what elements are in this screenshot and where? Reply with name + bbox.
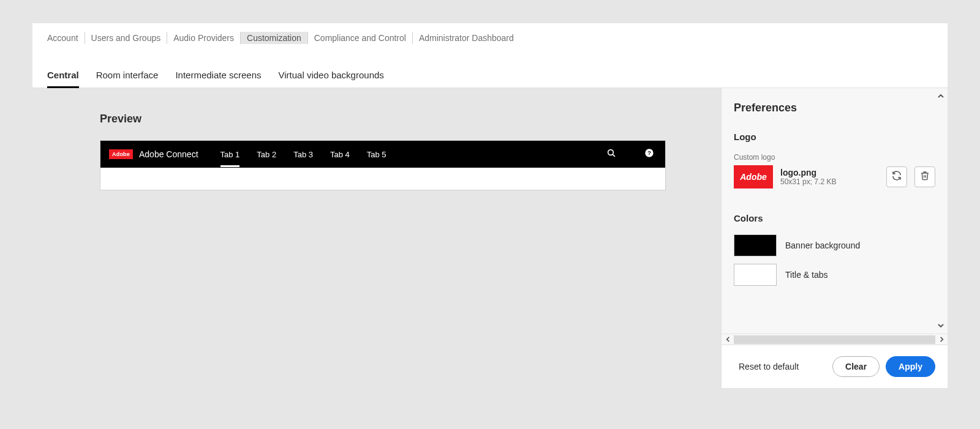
- preferences-footer: Reset to default Clear Apply: [722, 345, 948, 388]
- preview-banner: Adobe Adobe Connect Tab 1 Tab 2 Tab 3 Ta…: [100, 141, 665, 168]
- preview-logo: Adobe Adobe Connect: [109, 149, 198, 159]
- scroll-right-icon[interactable]: [935, 335, 948, 344]
- nav-customization[interactable]: Customization: [241, 32, 308, 44]
- preferences-panel: Preferences Logo Custom logo Adobe logo.…: [721, 88, 948, 388]
- title-tabs-swatch[interactable]: [734, 264, 777, 286]
- scroll-down-icon[interactable]: [935, 320, 946, 331]
- preferences-title: Preferences: [734, 102, 935, 114]
- clear-button[interactable]: Clear: [832, 356, 880, 377]
- svg-point-0: [608, 150, 614, 155]
- sub-tabs: Central Room interface Intermediate scre…: [32, 49, 948, 88]
- color-row-title-tabs: Title & tabs: [734, 264, 935, 286]
- preview-title: Preview: [100, 113, 666, 125]
- top-nav: Account Users and Groups Audio Providers…: [32, 23, 948, 49]
- logo-row: Adobe logo.png 50x31 px; 7.2 KB: [734, 165, 935, 188]
- apply-button[interactable]: Apply: [886, 356, 935, 377]
- banner-background-swatch[interactable]: [734, 234, 777, 256]
- preview-tab-3[interactable]: Tab 3: [293, 142, 313, 167]
- scroll-up-icon[interactable]: [935, 91, 946, 102]
- logo-meta: logo.png 50x31 px; 7.2 KB: [780, 168, 879, 186]
- scrollbar-track[interactable]: [734, 335, 935, 344]
- nav-compliance-and-control[interactable]: Compliance and Control: [308, 32, 413, 44]
- preview-box: Adobe Adobe Connect Tab 1 Tab 2 Tab 3 Ta…: [100, 140, 666, 190]
- help-icon[interactable]: ?: [644, 148, 654, 160]
- app-window: Account Users and Groups Audio Providers…: [32, 23, 948, 388]
- scroll-left-icon[interactable]: [722, 335, 734, 344]
- logo-details: 50x31 px; 7.2 KB: [780, 177, 879, 186]
- custom-logo-label: Custom logo: [734, 153, 935, 162]
- tab-virtual-video-backgrounds[interactable]: Virtual video backgrounds: [278, 70, 383, 88]
- logo-thumbnail: Adobe: [734, 165, 773, 188]
- horizontal-scrollbar[interactable]: [722, 334, 948, 345]
- search-icon[interactable]: [606, 148, 616, 160]
- title-tabs-label: Title & tabs: [785, 270, 828, 280]
- preview-tab-4[interactable]: Tab 4: [330, 142, 350, 167]
- refresh-logo-button[interactable]: [886, 166, 907, 187]
- preview-brand-title: Adobe Connect: [139, 149, 198, 159]
- trash-icon: [920, 171, 930, 183]
- content-area: Preview Adobe Adobe Connect Tab 1 Tab 2 …: [32, 88, 948, 388]
- preview-tabs: Tab 1 Tab 2 Tab 3 Tab 4 Tab 5: [221, 142, 386, 167]
- tab-intermediate-screens[interactable]: Intermediate screens: [175, 70, 261, 88]
- reset-to-default-link[interactable]: Reset to default: [739, 362, 799, 371]
- preview-tab-5[interactable]: Tab 5: [367, 142, 386, 167]
- svg-text:?: ?: [647, 150, 651, 156]
- logo-section-header: Logo: [734, 132, 935, 142]
- nav-users-and-groups[interactable]: Users and Groups: [85, 32, 168, 44]
- colors-section: Colors Banner background Title & tabs: [734, 213, 935, 286]
- color-row-banner-background: Banner background: [734, 234, 935, 256]
- preview-pane: Preview Adobe Adobe Connect Tab 1 Tab 2 …: [32, 88, 721, 388]
- refresh-icon: [891, 170, 902, 184]
- banner-background-label: Banner background: [785, 241, 860, 250]
- nav-account[interactable]: Account: [47, 32, 85, 44]
- preview-tab-2[interactable]: Tab 2: [257, 142, 276, 167]
- delete-logo-button[interactable]: [914, 166, 935, 187]
- adobe-badge-icon: Adobe: [109, 149, 133, 159]
- tab-room-interface[interactable]: Room interface: [96, 70, 159, 88]
- preferences-body: Preferences Logo Custom logo Adobe logo.…: [722, 88, 948, 334]
- logo-filename: logo.png: [780, 168, 879, 177]
- svg-line-1: [612, 154, 615, 157]
- preview-tab-1[interactable]: Tab 1: [221, 142, 240, 167]
- tab-central[interactable]: Central: [47, 70, 79, 88]
- colors-section-header: Colors: [734, 213, 935, 223]
- nav-administrator-dashboard[interactable]: Administrator Dashboard: [413, 32, 520, 44]
- nav-audio-providers[interactable]: Audio Providers: [167, 32, 241, 44]
